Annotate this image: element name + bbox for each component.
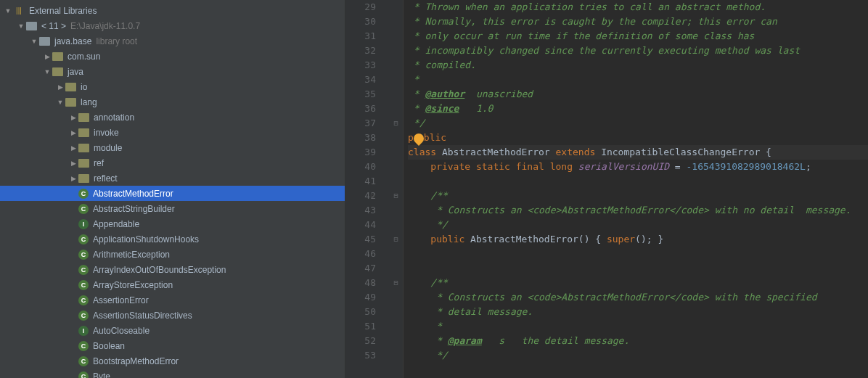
code-line[interactable]: * @author unascribed bbox=[408, 87, 868, 102]
package-node[interactable]: ▶module bbox=[0, 140, 345, 155]
fold-toggle[interactable] bbox=[389, 73, 403, 87]
code-line[interactable] bbox=[408, 247, 868, 261]
package-node[interactable]: ▶annotation bbox=[0, 110, 345, 125]
fold-toggle[interactable] bbox=[389, 131, 403, 145]
code-line[interactable]: * incompatibly changed since the current… bbox=[408, 44, 868, 58]
class-node[interactable]: CApplicationShutdownHooks bbox=[0, 231, 345, 247]
fold-toggle[interactable] bbox=[389, 58, 403, 73]
code-line[interactable]: * detail message. bbox=[408, 305, 868, 319]
node-label: AbstractStringBuilder bbox=[91, 204, 175, 214]
fold-toggle[interactable] bbox=[389, 247, 403, 261]
code-area[interactable]: * Thrown when an application tries to ca… bbox=[404, 0, 868, 378]
expand-arrow-icon[interactable]: ▶ bbox=[68, 175, 78, 182]
code-line[interactable]: * only occur at run time if the definiti… bbox=[408, 29, 868, 44]
fold-toggle[interactable] bbox=[389, 0, 403, 15]
package-node[interactable]: ▶invoke bbox=[0, 125, 345, 140]
code-line[interactable]: * Constructs an <code>AbstractMethodErro… bbox=[408, 203, 868, 218]
package-node[interactable]: ▶ref bbox=[0, 155, 345, 170]
code-line[interactable]: class AbstractMethodError extends Incomp… bbox=[408, 145, 868, 160]
fold-toggle[interactable] bbox=[389, 203, 403, 218]
node-label: io bbox=[79, 82, 87, 92]
code-line[interactable]: /** bbox=[408, 189, 868, 203]
expand-arrow-icon[interactable]: ▶ bbox=[68, 160, 78, 167]
fold-toggle[interactable] bbox=[389, 87, 403, 102]
package-node[interactable]: ▶io bbox=[0, 79, 345, 94]
code-line[interactable]: */ bbox=[408, 116, 868, 131]
fold-toggle[interactable]: ⊟ bbox=[389, 276, 403, 290]
expand-arrow-icon[interactable]: ▶ bbox=[68, 129, 78, 136]
class-node[interactable]: CArrayStoreException bbox=[0, 277, 345, 292]
fold-toggle[interactable] bbox=[389, 145, 403, 160]
expand-arrow-icon[interactable]: ▼ bbox=[29, 38, 39, 45]
code-line[interactable]: */ bbox=[408, 218, 868, 232]
fold-toggle[interactable] bbox=[389, 290, 403, 305]
expand-arrow-icon[interactable]: ▶ bbox=[42, 53, 52, 60]
code-line[interactable]: * @param s the detail message. bbox=[408, 334, 868, 348]
code-line[interactable] bbox=[408, 261, 868, 276]
pkg-icon bbox=[52, 67, 63, 76]
expand-arrow-icon[interactable]: ▼ bbox=[3, 7, 13, 15]
fold-toggle[interactable]: ⊟ bbox=[389, 189, 403, 203]
node-label: lang bbox=[79, 97, 97, 107]
code-line[interactable]: private static final long serialVersionU… bbox=[408, 160, 868, 174]
fold-toggle[interactable] bbox=[389, 218, 403, 232]
code-line[interactable]: * Normally, this error is caught by the … bbox=[408, 15, 868, 29]
code-line[interactable] bbox=[408, 174, 868, 189]
fold-toggle[interactable] bbox=[389, 102, 403, 116]
expand-arrow-icon[interactable]: ▼ bbox=[16, 22, 26, 30]
code-line[interactable]: * Thrown when an application tries to ca… bbox=[408, 0, 868, 15]
code-line[interactable]: * compiled. bbox=[408, 58, 868, 73]
fold-toggle[interactable]: ⊟ bbox=[389, 232, 403, 247]
class-node[interactable]: CAssertionStatusDirectives bbox=[0, 308, 345, 323]
node-label: Appendable bbox=[91, 219, 139, 229]
class-node[interactable]: CAssertionError bbox=[0, 292, 345, 308]
expand-arrow-icon[interactable]: ▼ bbox=[55, 99, 65, 106]
class-node[interactable]: CArrayIndexOutOfBoundsException bbox=[0, 262, 345, 277]
class-node[interactable]: CByte bbox=[0, 369, 345, 378]
code-line[interactable]: /** bbox=[408, 276, 868, 290]
node-label: AbstractMethodError bbox=[91, 189, 173, 199]
fold-toggle[interactable] bbox=[389, 334, 403, 348]
pkg-icon bbox=[78, 159, 89, 168]
fold-toggle[interactable] bbox=[389, 174, 403, 189]
code-editor[interactable]: 2930313233343536373839404142⊟43444546474… bbox=[345, 0, 868, 378]
class-node[interactable]: IAppendable bbox=[0, 216, 345, 231]
fold-toggle[interactable] bbox=[389, 319, 403, 334]
code-line[interactable]: * Constructs an <code>AbstractMethodErro… bbox=[408, 290, 868, 305]
fold-toggle[interactable] bbox=[389, 160, 403, 174]
fold-toggle[interactable]: ⊟ bbox=[389, 116, 403, 131]
external-libraries-node[interactable]: ▼ ||| External Libraries bbox=[0, 3, 345, 18]
code-line[interactable]: */ bbox=[408, 348, 868, 363]
package-node[interactable]: ▶com.sun bbox=[0, 49, 345, 64]
code-line[interactable]: * @since 1.0 bbox=[408, 102, 868, 116]
code-line[interactable]: public AbstractMethodError() { super(); … bbox=[408, 232, 868, 247]
fold-toggle[interactable] bbox=[389, 261, 403, 276]
expand-arrow-icon[interactable]: ▶ bbox=[68, 114, 78, 121]
fold-toggle[interactable] bbox=[389, 44, 403, 58]
class-node[interactable]: CBoolean bbox=[0, 338, 345, 353]
code-line[interactable]: pblic bbox=[408, 131, 868, 145]
fold-toggle[interactable] bbox=[389, 348, 403, 363]
fold-toggle[interactable] bbox=[389, 305, 403, 319]
package-node[interactable]: ▼lang bbox=[0, 94, 345, 110]
code-line[interactable]: * bbox=[408, 319, 868, 334]
fold-toggle[interactable] bbox=[389, 29, 403, 44]
expand-arrow-icon[interactable]: ▶ bbox=[68, 144, 78, 152]
expand-arrow-icon[interactable]: ▼ bbox=[42, 68, 52, 75]
code-line[interactable]: * bbox=[408, 73, 868, 87]
class-node[interactable]: IAutoCloseable bbox=[0, 323, 345, 338]
class-node[interactable]: CAbstractStringBuilder bbox=[0, 201, 345, 216]
package-node[interactable]: ▶reflect bbox=[0, 170, 345, 186]
fold-toggle[interactable] bbox=[389, 15, 403, 29]
node-label: java bbox=[66, 67, 83, 77]
class-node[interactable]: CAbstractMethodError bbox=[0, 186, 345, 201]
fold-column[interactable]: ⊟⊟⊟⊟ bbox=[389, 0, 404, 378]
expand-arrow-icon[interactable]: ▶ bbox=[55, 83, 65, 91]
class-node[interactable]: CBootstrapMethodError bbox=[0, 353, 345, 369]
module-node[interactable]: ▼ java.base library root bbox=[0, 33, 345, 49]
node-label: ArithmeticException bbox=[91, 250, 170, 260]
jdk-node[interactable]: ▼ < 11 > E:\Java\jdk-11.0.7 bbox=[0, 18, 345, 33]
class-node[interactable]: CArithmeticException bbox=[0, 247, 345, 262]
package-node[interactable]: ▼java bbox=[0, 64, 345, 79]
project-tree[interactable]: ▼ ||| External Libraries ▼ < 11 > E:\Jav… bbox=[0, 0, 345, 378]
